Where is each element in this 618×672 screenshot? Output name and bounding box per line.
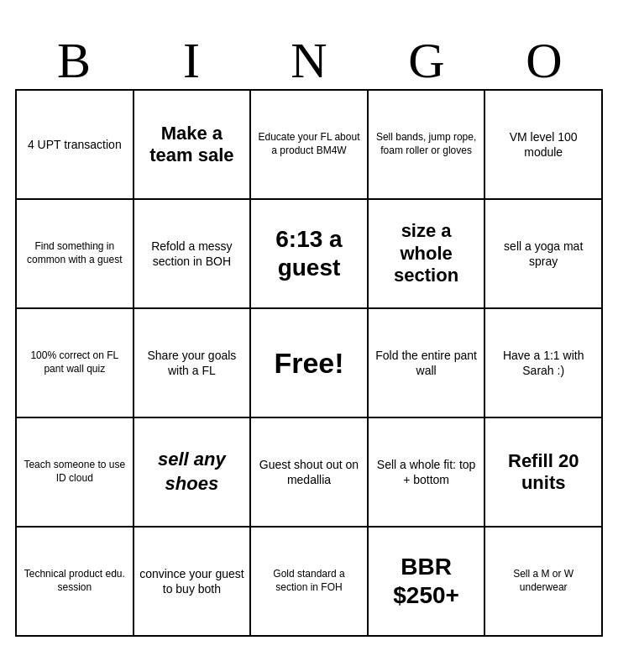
bingo-cell-23: BBR $250+ [369,528,486,637]
bingo-cell-8: size a whole section [369,200,486,309]
bingo-cell-1: Make a team sale [134,91,252,200]
bingo-cell-3: Sell bands, jump rope, foam roller or gl… [369,91,486,200]
bingo-cell-19: Refill 20 units [485,418,603,528]
bingo-cell-4: VM level 100 module [485,91,603,200]
bingo-cell-20: Technical product edu. session [17,528,134,637]
bingo-cell-9: sell a yoga mat spray [485,200,603,309]
bingo-card: BINGO 4 UPT transactionMake a team saleE… [7,27,611,645]
bingo-letter-o: O [487,35,601,86]
bingo-cell-24: Sell a M or W underwear [485,528,603,637]
bingo-cell-2: Educate your FL about a product BM4W [251,91,369,200]
bingo-cell-0: 4 UPT transaction [17,91,134,200]
bingo-cell-18: Sell a whole fit: top + bottom [369,418,486,528]
bingo-cell-13: Fold the entire pant wall [369,309,486,418]
bingo-cell-21: convince your guest to buy both [134,528,252,637]
bingo-cell-15: Teach someone to use ID cloud [17,418,134,528]
bingo-cell-11: Share your goals with a FL [134,309,252,418]
bingo-header: BINGO [15,35,603,86]
bingo-cell-14: Have a 1:1 with Sarah :) [485,309,603,418]
bingo-cell-22: Gold standard a section in FOH [251,528,369,637]
bingo-cell-6: Refold a messy section in BOH [134,200,252,309]
bingo-cell-5: Find something in common with a guest [17,200,134,309]
bingo-letter-g: G [369,35,484,86]
bingo-letter-b: B [17,35,131,86]
bingo-letter-n: N [252,35,366,86]
bingo-cell-12: Free! [251,309,369,418]
bingo-grid: 4 UPT transactionMake a team saleEducate… [15,89,603,637]
bingo-cell-17: Guest shout out on medallia [251,418,369,528]
bingo-letter-i: I [134,35,249,86]
bingo-cell-10: 100% correct on FL pant wall quiz [17,309,134,418]
bingo-cell-16: sell any shoes [134,418,252,528]
bingo-cell-7: 6:13 a guest [251,200,369,309]
